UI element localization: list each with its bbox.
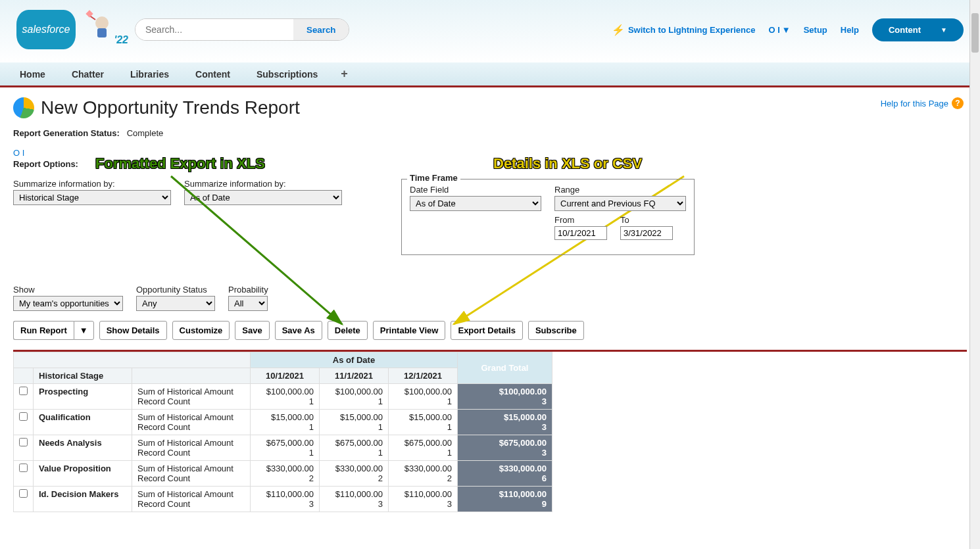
- opp-status-filter: Opportunity Status Any: [136, 285, 215, 311]
- summarize2-label: Summarize information by:: [184, 179, 342, 189]
- row-checkbox[interactable]: [19, 412, 28, 421]
- table-row: QualificationSum of Historical AmountRec…: [14, 410, 552, 435]
- logo-text: salesforce: [22, 24, 70, 36]
- grand-total-cell: $110,000.009: [458, 487, 552, 512]
- user-name: O I: [768, 25, 779, 35]
- content-label: Content: [889, 25, 921, 35]
- nav-add-tab[interactable]: +: [341, 67, 348, 81]
- probability-label: Probability: [228, 285, 268, 295]
- value-cell: $675,000.001: [389, 435, 458, 461]
- stage-cell: Value Proposition: [34, 461, 132, 487]
- user-menu[interactable]: O I ▼: [768, 25, 790, 35]
- metric-cell: Sum of Historical AmountRecord Count: [132, 487, 251, 512]
- summarize1-label: Summarize information by:: [13, 179, 171, 189]
- metric-cell: Sum of Historical AmountRecord Count: [132, 435, 251, 461]
- value-cell: $15,000.001: [389, 410, 458, 435]
- row-checkbox[interactable]: [19, 464, 28, 472]
- date-field-select[interactable]: As of Date: [410, 196, 541, 211]
- table-row: Value PropositionSum of Historical Amoun…: [14, 461, 552, 487]
- setup-link[interactable]: Setup: [804, 25, 827, 35]
- header-right: ⚡ Switch to Lightning Experience O I ▼ S…: [612, 18, 964, 41]
- to-input[interactable]: [620, 226, 673, 240]
- button-row: Run Report ▼ Show Details Customize Save…: [13, 321, 967, 340]
- salesforce-logo: salesforce: [16, 10, 76, 49]
- value-cell: $15,000.001: [320, 410, 389, 435]
- row-checkbox[interactable]: [19, 489, 28, 498]
- nav-libraries[interactable]: Libraries: [127, 62, 172, 86]
- content-app-pill[interactable]: Content ▼: [872, 18, 964, 41]
- value-cell: $330,000.002: [251, 461, 320, 487]
- search-button[interactable]: Search: [293, 19, 349, 40]
- from-label: From: [554, 215, 607, 225]
- summarize2-select[interactable]: As of Date: [184, 190, 342, 205]
- show-label: Show: [13, 285, 123, 295]
- probability-select[interactable]: All: [228, 296, 268, 311]
- customize-button[interactable]: Customize: [172, 321, 230, 340]
- range-label: Range: [554, 185, 686, 195]
- value-cell: $100,000.001: [251, 384, 320, 410]
- table-row: ProspectingSum of Historical AmountRecor…: [14, 384, 552, 410]
- summarize-by-1: Summarize information by: Historical Sta…: [13, 179, 171, 205]
- grand-total-header: Grand Total: [458, 352, 552, 384]
- help-link[interactable]: Help: [841, 25, 859, 35]
- delete-button[interactable]: Delete: [328, 321, 368, 340]
- from-input[interactable]: [554, 226, 607, 240]
- value-cell: $330,000.002: [320, 461, 389, 487]
- metric-cell: Sum of Historical AmountRecord Count: [132, 461, 251, 487]
- show-select[interactable]: My team's opportunities: [13, 296, 123, 311]
- value-cell: $15,000.001: [251, 410, 320, 435]
- nav-chatter[interactable]: Chatter: [68, 62, 107, 86]
- date-field-label: Date Field: [410, 185, 541, 195]
- run-report-button[interactable]: Run Report: [13, 321, 74, 340]
- grand-total-cell: $330,000.006: [458, 461, 552, 487]
- summarize-by-2: Summarize information by: As of Date: [184, 179, 342, 205]
- status-row: Report Generation Status: Complete: [13, 128, 967, 138]
- row-checkbox[interactable]: [19, 387, 28, 395]
- report-icon: [13, 97, 34, 118]
- show-details-button[interactable]: Show Details: [99, 321, 167, 340]
- vertical-scrollbar[interactable]: [969, 0, 980, 522]
- range-select[interactable]: Current and Previous FQ: [554, 196, 686, 211]
- page-title: New Opportunity Trends Report: [41, 97, 300, 118]
- report-table-wrap: As of Date Grand Total Historical Stage …: [13, 350, 967, 512]
- stage-cell: Needs Analysis: [34, 435, 132, 461]
- stage-cell: Qualification: [34, 410, 132, 435]
- value-cell: $100,000.001: [320, 384, 389, 410]
- save-button[interactable]: Save: [235, 321, 269, 340]
- value-cell: $675,000.001: [251, 435, 320, 461]
- page-body: Help for this Page ? New Opportunity Tre…: [0, 87, 980, 522]
- report-owner-link[interactable]: O I: [13, 148, 24, 158]
- subscribe-button[interactable]: Subscribe: [528, 321, 584, 340]
- top-header: salesforce '22 Search ⚡ Switch to Lightn…: [0, 0, 980, 62]
- timeframe-legend: Time Frame: [407, 173, 460, 183]
- nav-subscriptions[interactable]: Subscriptions: [253, 62, 321, 86]
- run-report-dropdown[interactable]: ▼: [74, 321, 94, 340]
- export-details-button[interactable]: Export Details: [451, 321, 522, 340]
- mascot-image: '22: [86, 10, 125, 49]
- nav-content[interactable]: Content: [192, 62, 233, 86]
- summarize1-select[interactable]: Historical Stage: [13, 190, 171, 205]
- lightning-icon: ⚡: [612, 24, 625, 36]
- probability-filter: Probability All: [228, 285, 268, 311]
- metric-cell: Sum of Historical AmountRecord Count: [132, 410, 251, 435]
- switch-lightning-link[interactable]: ⚡ Switch to Lightning Experience: [612, 24, 756, 36]
- table-row: Id. Decision MakersSum of Historical Amo…: [14, 487, 552, 512]
- value-cell: $110,000.003: [251, 487, 320, 512]
- nav-bar: Home Chatter Libraries Content Subscript…: [0, 62, 980, 87]
- grand-total-cell: $675,000.003: [458, 435, 552, 461]
- search-input[interactable]: [135, 19, 293, 40]
- svg-rect-1: [97, 28, 107, 37]
- table-row: Needs AnalysisSum of Historical AmountRe…: [14, 435, 552, 461]
- nav-home[interactable]: Home: [16, 62, 49, 86]
- scrollbar-thumb[interactable]: [971, 13, 979, 53]
- opp-status-select[interactable]: Any: [136, 296, 215, 311]
- printable-view-button[interactable]: Printable View: [373, 321, 446, 340]
- stage-cell: Prospecting: [34, 384, 132, 410]
- stage-cell: Id. Decision Makers: [34, 487, 132, 512]
- row-checkbox[interactable]: [19, 438, 28, 446]
- value-cell: $330,000.002: [389, 461, 458, 487]
- filters-row-2: Show My team's opportunities Opportunity…: [13, 285, 967, 311]
- save-as-button[interactable]: Save As: [275, 321, 322, 340]
- help-page-link[interactable]: Help for this Page ?: [881, 97, 964, 109]
- title-row: New Opportunity Trends Report: [13, 97, 967, 118]
